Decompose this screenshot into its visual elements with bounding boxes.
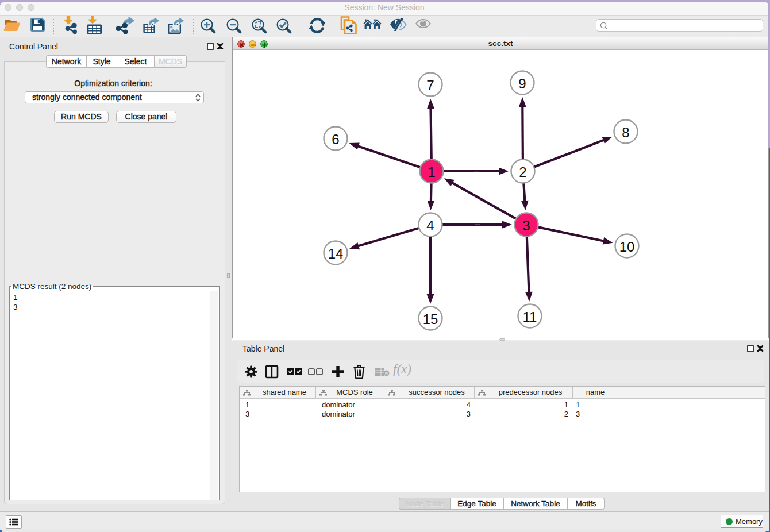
svg-text:6: 6: [332, 132, 339, 147]
svg-text:3: 3: [522, 218, 530, 233]
svg-text:14: 14: [328, 246, 344, 261]
svg-text:9: 9: [518, 76, 526, 91]
svg-text:8: 8: [622, 125, 629, 140]
svg-text:7: 7: [426, 78, 434, 93]
svg-text:11: 11: [523, 309, 537, 325]
svg-text:1: 1: [428, 164, 435, 180]
svg-text:10: 10: [619, 239, 635, 255]
svg-text:4: 4: [426, 218, 434, 233]
svg-text:2: 2: [519, 164, 526, 180]
svg-text:15: 15: [423, 311, 438, 327]
